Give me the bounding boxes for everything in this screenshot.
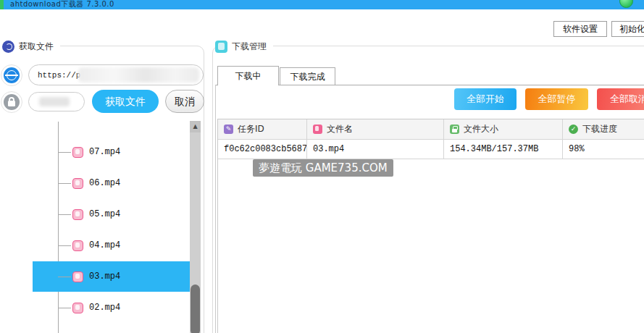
progress-check-icon: ✓ (569, 125, 578, 134)
initialize-button[interactable]: 初始化问 (611, 21, 644, 37)
tree-item[interactable]: 02.mp4 (58, 302, 120, 313)
tab-page-border (215, 85, 216, 333)
tab-completed[interactable]: 下载完成 (280, 67, 335, 85)
file-icon (72, 271, 83, 282)
window-title: ahtdownload下载器 7.3.0.0 (10, 0, 114, 9)
titlebar: ahtdownload下载器 7.3.0.0 (0, 0, 644, 9)
download-manager-icon (215, 41, 227, 53)
censored-password-blur (39, 97, 70, 106)
file-icon (72, 147, 83, 158)
file-icon (72, 240, 83, 251)
fetch-file-icon (2, 41, 14, 53)
column-header-filename[interactable]: 文件名 (307, 119, 444, 139)
filesize-value: 154.34MB/157.37MB (450, 144, 538, 154)
tree-scrollbar[interactable]: ▲ (190, 121, 201, 333)
fetch-files-legend: 获取文件 (0, 40, 60, 53)
task-id-value: f0c62c0083cb5687 (224, 144, 307, 154)
url-input[interactable]: https://ps (28, 64, 204, 85)
tree-item[interactable]: 05.mp4 (58, 208, 120, 220)
scrollbar-thumb[interactable] (191, 284, 200, 333)
file-icon (72, 178, 83, 189)
task-id-icon: ✎ (224, 125, 233, 134)
tree-item[interactable]: 06.mp4 (58, 177, 120, 189)
download-table: ✎ 任务ID 文件名 文件大小 ✓ 下载进度 f0c62c0083cb5687 … (217, 119, 644, 333)
tab-downloading[interactable]: 下载中 (217, 66, 279, 85)
software-settings-button[interactable]: 软件设置 (553, 21, 607, 37)
password-input[interactable] (28, 92, 85, 111)
tab-strip-divider (215, 85, 644, 85)
app-icon (0, 0, 4, 9)
pause-all-button[interactable]: 全部暂停 (525, 88, 588, 110)
start-all-button[interactable]: 全部开始 (454, 88, 517, 110)
column-header-task-id[interactable]: ✎ 任务ID (218, 119, 307, 139)
column-header-filesize[interactable]: 文件大小 (444, 119, 563, 139)
tree-item[interactable]: 04.mp4 (58, 240, 120, 251)
scroll-up-arrow-icon[interactable]: ▲ (190, 121, 201, 132)
fetch-file-button[interactable]: 获取文件 (92, 90, 159, 113)
filename-value: 03.mp4 (313, 144, 344, 154)
fetch-files-legend-label: 获取文件 (19, 41, 54, 53)
cancel-all-button[interactable]: 全部取消 (597, 88, 644, 110)
download-manager-legend-label: 下载管理 (232, 41, 267, 53)
file-icon (72, 303, 83, 313)
watermark: 夢遊電玩 GAME735.COM (253, 159, 393, 177)
cancel-button[interactable]: 取消 (165, 90, 204, 113)
filesize-lock-icon (450, 125, 459, 134)
table-header-row: ✎ 任务ID 文件名 文件大小 ✓ 下载进度 (218, 119, 644, 140)
filename-icon (313, 125, 322, 134)
tree-item[interactable]: 07.mp4 (58, 146, 120, 158)
table-row[interactable]: f0c62c0083cb5687 03.mp4 154.34MB/157.37M… (218, 140, 644, 159)
lock-icon (1, 91, 22, 113)
download-manager-legend: 下载管理 (215, 40, 273, 53)
progress-value: 98% (569, 144, 585, 154)
censored-url-blur (78, 67, 199, 83)
column-header-progress[interactable]: ✓ 下载进度 (563, 119, 644, 139)
file-icon (72, 209, 83, 220)
app-window: ahtdownload下载器 7.3.0.0 软件设置 初始化问 获取文件 ht… (0, 0, 644, 333)
tree-item-selected[interactable]: 03.mp4 (58, 271, 120, 282)
globe-icon (1, 64, 22, 86)
